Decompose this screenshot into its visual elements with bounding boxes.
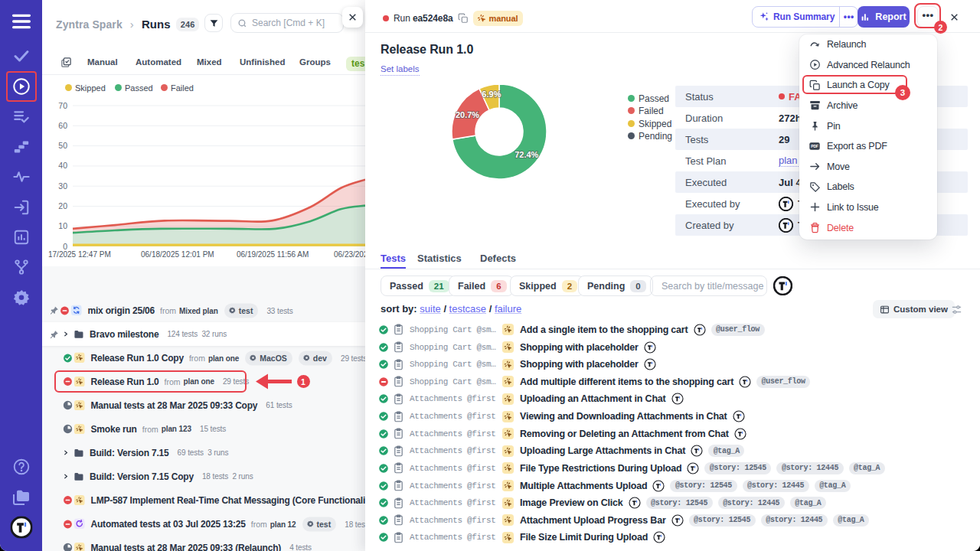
svg-text:06/19/2025 11:56 AM: 06/19/2025 11:56 AM [237, 250, 309, 259]
svg-text:70: 70 [58, 101, 67, 110]
svg-text:72.4%: 72.4% [514, 150, 538, 159]
svg-text:10: 10 [58, 221, 67, 230]
svg-text:30: 30 [58, 181, 67, 191]
svg-text:06/18/2025 12:01 PM: 06/18/2025 12:01 PM [141, 250, 214, 259]
svg-text:20: 20 [58, 201, 67, 210]
svg-text:6.9%: 6.9% [482, 90, 501, 99]
svg-text:60: 60 [58, 121, 67, 130]
svg-text:50: 50 [58, 141, 67, 150]
svg-text:20.7%: 20.7% [456, 110, 479, 119]
svg-text:40: 40 [58, 161, 67, 170]
svg-text:PDF: PDF [811, 145, 818, 149]
svg-text:17/2025 12:47 PM: 17/2025 12:47 PM [48, 250, 111, 259]
svg-text:06/23/202: 06/23/202 [334, 250, 365, 259]
